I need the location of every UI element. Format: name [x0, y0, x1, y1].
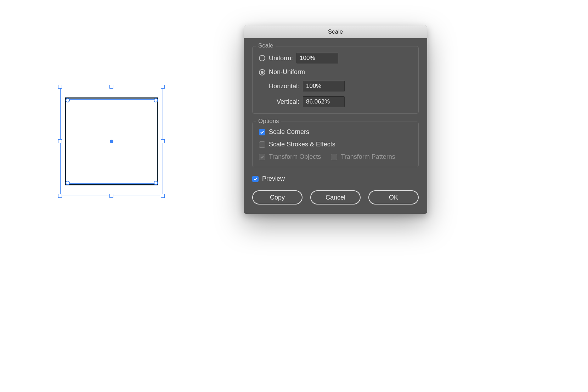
- scale-dialog: Scale Scale Uniform: Non-Uniform Horizon…: [244, 26, 427, 214]
- preview-label: Preview: [262, 175, 285, 183]
- resize-handle-tl[interactable]: [58, 85, 62, 89]
- scale-group-label: Scale: [256, 42, 276, 49]
- dialog-title: Scale: [328, 28, 343, 35]
- vertical-label: Vertical:: [267, 98, 299, 106]
- uniform-radio[interactable]: [259, 55, 265, 61]
- uniform-input[interactable]: [296, 53, 338, 63]
- vertical-input[interactable]: [303, 96, 345, 107]
- transform-objects-checkbox: [259, 154, 265, 160]
- anchor-point-icon[interactable]: [66, 181, 70, 185]
- preview-checkbox[interactable]: [252, 176, 259, 182]
- scale-strokes-label: Scale Strokes & Effects: [269, 141, 335, 148]
- anchor-point-icon[interactable]: [66, 98, 70, 102]
- horizontal-input[interactable]: [303, 81, 345, 91]
- anchor-point-icon[interactable]: [154, 181, 158, 185]
- nonuniform-radio[interactable]: [259, 69, 265, 75]
- options-group-label: Options: [256, 118, 281, 125]
- anchor-point-icon[interactable]: [154, 98, 158, 102]
- copy-button[interactable]: Copy: [252, 190, 303, 205]
- nonuniform-label: Non-Uniform: [269, 68, 305, 76]
- uniform-label: Uniform:: [269, 55, 293, 62]
- scale-corners-checkbox[interactable]: [259, 129, 265, 135]
- resize-handle-tr[interactable]: [161, 85, 165, 89]
- transform-patterns-checkbox: [331, 154, 337, 160]
- scale-group: Scale Uniform: Non-Uniform Horizontal: V…: [252, 46, 419, 114]
- options-group: Options Scale Corners Scale Strokes & Ef…: [252, 122, 419, 167]
- scale-strokes-checkbox[interactable]: [259, 141, 265, 148]
- resize-handle-br[interactable]: [161, 194, 165, 198]
- center-point-icon[interactable]: [110, 140, 113, 143]
- resize-handle-bl[interactable]: [58, 194, 62, 198]
- cancel-button[interactable]: Cancel: [310, 190, 361, 205]
- resize-handle-tc[interactable]: [109, 85, 113, 89]
- transform-patterns-label: Transform Patterns: [341, 153, 395, 161]
- resize-handle-ml[interactable]: [58, 139, 62, 143]
- resize-handle-bc[interactable]: [109, 194, 113, 198]
- canvas-selection: [60, 87, 163, 196]
- horizontal-label: Horizontal:: [267, 83, 299, 90]
- transform-objects-label: Transform Objects: [269, 153, 321, 161]
- scale-corners-label: Scale Corners: [269, 128, 309, 136]
- dialog-button-row: Copy Cancel OK: [252, 190, 419, 205]
- ok-button[interactable]: OK: [368, 190, 419, 205]
- resize-handle-mr[interactable]: [161, 139, 165, 143]
- dialog-titlebar[interactable]: Scale: [244, 26, 427, 38]
